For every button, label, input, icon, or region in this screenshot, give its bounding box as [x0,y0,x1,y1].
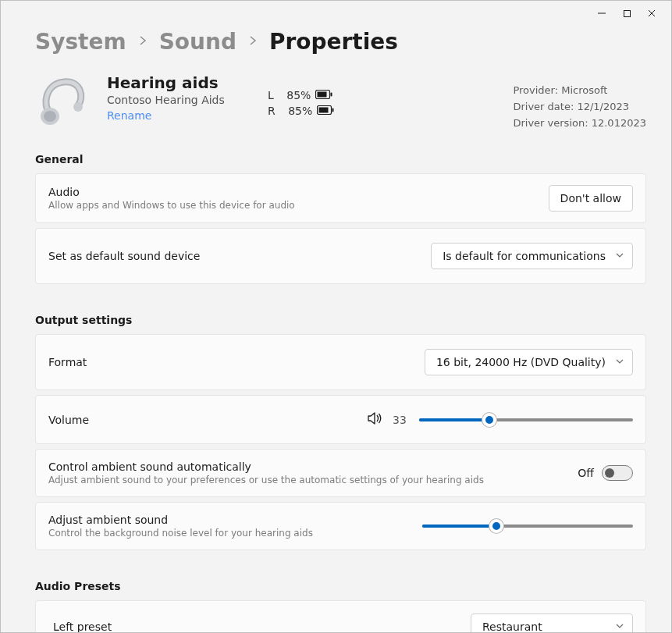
chevron-down-icon [615,356,624,368]
battery-left-value: 85% [286,89,311,101]
format-value: 16 bit, 24000 Hz (DVD Quality) [436,356,606,368]
battery-icon [315,89,332,101]
breadcrumb-sound[interactable]: Sound [159,29,236,55]
card-audio: Audio Allow apps and Windows to use this… [35,173,646,223]
left-preset-value: Restaurant [482,621,542,632]
ambient-auto-subtitle: Adjust ambient sound to your preferences… [48,475,484,485]
battery-icon [317,105,334,117]
ambient-auto-state: Off [578,467,594,479]
section-output-title: Output settings [35,314,646,326]
content-area: System Sound Properties Heari [1,26,671,632]
svg-rect-1 [624,10,630,16]
chevron-down-icon [615,621,624,632]
driver-info: Provider: Microsoft Driver date: 12/1/20… [513,73,646,131]
battery-block: L 85% R 85% [268,73,334,117]
audio-subtitle: Allow apps and Windows to use this devic… [48,200,295,211]
maximize-button[interactable] [621,8,632,19]
device-meta: Hearing aids Contoso Hearing Aids Rename [107,73,247,122]
volume-title: Volume [48,414,89,426]
breadcrumb-properties: Properties [269,29,398,55]
default-device-title: Set as default sound device [48,250,200,262]
dont-allow-button[interactable]: Don't allow [549,185,633,212]
svg-point-6 [73,102,83,112]
battery-right: R 85% [268,105,334,117]
settings-window: System Sound Properties Heari [0,0,672,633]
card-left-preset: Left preset Restaurant [35,600,646,632]
device-header: Hearing aids Contoso Hearing Aids Rename… [35,70,646,148]
svg-point-5 [44,111,56,122]
left-preset-dropdown[interactable]: Restaurant [471,613,633,632]
chevron-right-icon [137,35,148,48]
battery-left-label: L [268,89,274,101]
card-volume: Volume 33 [35,395,646,444]
ambient-adjust-subtitle: Control the background noise level for y… [48,528,313,539]
titlebar [1,1,671,26]
ambient-slider[interactable] [422,519,633,533]
default-device-dropdown[interactable]: Is default for communications [431,243,633,269]
battery-right-label: R [268,105,276,117]
left-preset-title: Left preset [53,621,112,632]
svg-rect-12 [332,108,334,112]
card-ambient-auto: Control ambient sound automatically Adju… [35,449,646,497]
chevron-down-icon [615,250,624,262]
ambient-adjust-title: Adjust ambient sound [48,514,313,526]
driver-date: Driver date: 12/1/2023 [513,99,646,116]
driver-version: Driver version: 12.012023 [513,116,646,132]
default-device-value: Is default for communications [443,250,606,262]
volume-value: 33 [393,414,410,426]
speaker-icon[interactable] [368,411,383,428]
breadcrumb-system[interactable]: System [35,29,126,55]
close-button[interactable] [646,8,657,19]
hearing-aid-icon [35,73,91,130]
section-presets-title: Audio Presets [35,580,646,592]
ambient-auto-title: Control ambient sound automatically [48,461,484,473]
audio-title: Audio [48,186,295,198]
svg-rect-9 [331,93,332,97]
chevron-right-icon [247,35,258,48]
ambient-auto-toggle[interactable] [602,465,633,481]
svg-rect-8 [318,92,327,98]
card-format: Format 16 bit, 24000 Hz (DVD Quality) [35,334,646,390]
battery-right-value: 85% [288,105,312,117]
volume-slider[interactable] [419,413,633,427]
driver-provider: Provider: Microsoft [513,83,646,99]
card-ambient-adjust: Adjust ambient sound Control the backgro… [35,502,646,550]
battery-left: L 85% [268,89,334,101]
section-general-title: General [35,153,646,165]
rename-link[interactable]: Rename [107,109,247,122]
minimize-button[interactable] [596,8,607,19]
svg-rect-11 [319,108,329,113]
card-default-device: Set as default sound device Is default f… [35,228,646,284]
format-title: Format [48,356,87,368]
format-dropdown[interactable]: 16 bit, 24000 Hz (DVD Quality) [425,349,633,375]
breadcrumb: System Sound Properties [35,26,646,70]
device-name: Hearing aids [107,73,247,92]
device-manufacturer: Contoso Hearing Aids [107,94,247,106]
